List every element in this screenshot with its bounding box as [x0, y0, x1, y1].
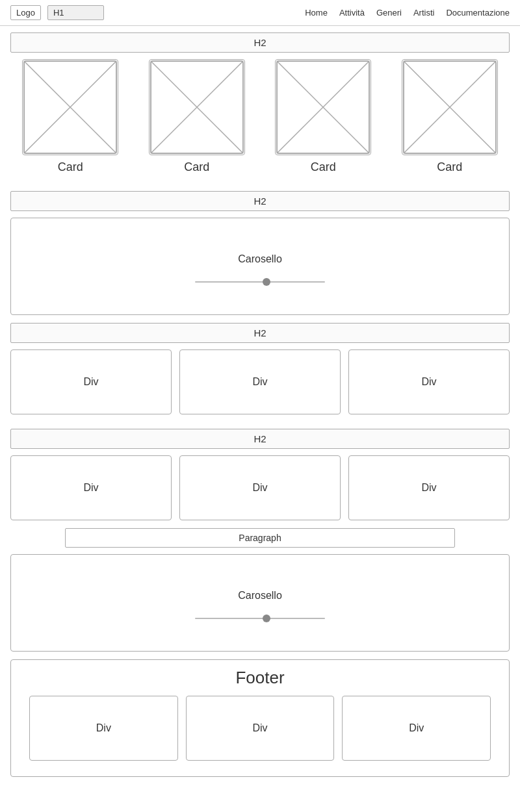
- card-item-3[interactable]: Card: [271, 59, 375, 174]
- footer-divs-row: Div Div Div: [19, 696, 501, 768]
- slider-track-1: [195, 281, 325, 283]
- navbar: Logo H1 Home Attività Generi Artisti Doc…: [0, 0, 520, 26]
- div-box-1-1[interactable]: Div: [10, 349, 172, 414]
- section3-h2: H2: [10, 323, 510, 343]
- card-image-3: [275, 59, 371, 155]
- section2-h2: H2: [10, 191, 510, 211]
- section4-h2: H2: [10, 429, 510, 449]
- carousel-2-label: Carosello: [238, 590, 282, 602]
- nav-h1: H1: [47, 5, 104, 20]
- slider-dot-1[interactable]: [263, 278, 270, 286]
- nav-logo: Logo: [10, 5, 41, 20]
- card-image-1: [22, 59, 118, 155]
- carousel-1-label: Carosello: [238, 253, 282, 265]
- nav-link-attivita[interactable]: Attività: [339, 8, 365, 18]
- div-box-2-1[interactable]: Div: [10, 455, 172, 520]
- carousel-1: Carosello: [10, 218, 510, 315]
- footer-title: Footer: [19, 668, 501, 688]
- divs-row-1: Div Div Div: [0, 349, 520, 422]
- card-item-4[interactable]: Card: [398, 59, 502, 174]
- paragraph-bar: Paragraph: [65, 528, 455, 548]
- nav-link-generi[interactable]: Generi: [376, 8, 402, 18]
- carousel-2: Carosello: [10, 554, 510, 652]
- footer-div-1[interactable]: Div: [29, 696, 178, 761]
- div-box-2-2[interactable]: Div: [179, 455, 341, 520]
- nav-link-documentazione[interactable]: Documentazione: [446, 8, 510, 18]
- cards-row: Card Card Card Ca: [0, 59, 520, 184]
- card-image-4: [402, 59, 498, 155]
- nav-link-home[interactable]: Home: [305, 8, 328, 18]
- div-box-1-3[interactable]: Div: [348, 349, 510, 414]
- footer: Footer Div Div Div: [10, 659, 510, 777]
- carousel-1-slider[interactable]: [195, 278, 325, 286]
- slider-dot-2[interactable]: [263, 615, 270, 622]
- nav-links: Home Attività Generi Artisti Documentazi…: [305, 8, 510, 18]
- section1-h2: H2: [10, 32, 510, 53]
- card-label-1: Card: [58, 160, 83, 174]
- div-box-2-3[interactable]: Div: [348, 455, 510, 520]
- card-image-2: [149, 59, 245, 155]
- card-label-3: Card: [311, 160, 336, 174]
- slider-track-2: [195, 618, 325, 619]
- card-item-1[interactable]: Card: [18, 59, 122, 174]
- div-box-1-2[interactable]: Div: [179, 349, 341, 414]
- nav-link-artisti[interactable]: Artisti: [413, 8, 435, 18]
- carousel-2-slider[interactable]: [195, 615, 325, 622]
- footer-div-3[interactable]: Div: [342, 696, 491, 761]
- card-label-4: Card: [437, 160, 462, 174]
- nav-left: Logo H1: [10, 5, 104, 20]
- card-item-2[interactable]: Card: [145, 59, 249, 174]
- divs-row-2: Div Div Div: [0, 455, 520, 528]
- footer-div-2[interactable]: Div: [186, 696, 335, 761]
- card-label-2: Card: [184, 160, 209, 174]
